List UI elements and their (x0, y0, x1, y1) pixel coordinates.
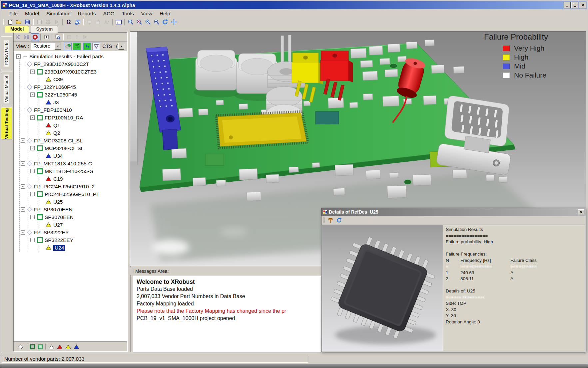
split-button[interactable] (73, 33, 81, 41)
tree-part-node[interactable]: -SP3070EEN (29, 213, 127, 221)
tree-ref-node[interactable]: J3 (39, 98, 127, 106)
open-button[interactable] (14, 18, 23, 26)
title-bar[interactable]: PCB_19_v1_SMA_1000H - XRobust version 1.… (1, 1, 587, 9)
sidebar-tab-virtual-model[interactable]: Virtual Model (1, 72, 12, 106)
expand-box[interactable]: - (21, 207, 25, 212)
menu-file[interactable]: File (6, 10, 21, 17)
tree-part-node[interactable]: -MCP3208-CI_SL (29, 144, 127, 152)
tree-group-node[interactable]: -FP_PIC24HJ256GP610_2 (20, 183, 127, 190)
details-titlebar[interactable]: Details of RefDes U25 (321, 208, 586, 216)
hammer-button[interactable] (326, 217, 335, 224)
play-button[interactable] (81, 33, 89, 41)
expand-box[interactable]: - (21, 138, 25, 143)
close-results-button[interactable] (31, 33, 39, 41)
toolbar-gripper[interactable] (3, 19, 4, 25)
wireframe-box-button[interactable] (73, 43, 81, 50)
preview-button[interactable] (54, 33, 62, 41)
maximize-button[interactable] (571, 2, 578, 8)
expand-box[interactable]: - (30, 92, 35, 97)
tree-ref-node[interactable]: C19 (39, 175, 127, 183)
menu-tools[interactable]: Tools (118, 10, 137, 17)
rotate-axis-button[interactable] (83, 43, 91, 50)
expand-box[interactable]: - (21, 108, 25, 112)
tree-part-node[interactable]: -293D107X9010C2TE3 (29, 68, 127, 76)
expand-box[interactable]: - (30, 169, 35, 173)
tree-ref-node[interactable]: U27 (39, 221, 127, 229)
expand-box[interactable]: - (30, 192, 35, 196)
tree-collapse-button[interactable] (15, 33, 23, 41)
tab-model[interactable]: Model (5, 26, 29, 33)
tree-expand-button[interactable] (23, 33, 31, 41)
tab-system[interactable]: System (31, 26, 58, 33)
tree-part-node[interactable]: -PIC24HJ256GP610_PT (29, 190, 127, 198)
expand-box[interactable]: - (21, 161, 25, 166)
messages-gripper[interactable] (133, 268, 134, 274)
tree-part-node[interactable]: -SP3222EEY (29, 236, 127, 244)
details-refresh-button[interactable] (335, 217, 343, 224)
window-refresh-button[interactable] (73, 18, 82, 26)
expand-box[interactable]: - (30, 238, 35, 242)
details-text-panel[interactable]: Simulation Results ================ Fail… (443, 225, 585, 351)
tree-ref-node[interactable]: U34 (39, 152, 127, 160)
minimize-button[interactable] (564, 2, 571, 8)
expand-box[interactable]: - (30, 70, 35, 74)
tree-ref-node[interactable]: U24 (39, 244, 127, 252)
expand-box[interactable]: - (21, 230, 25, 235)
tree-ref-node[interactable]: Q2 (39, 129, 127, 137)
tree-group-node[interactable]: -FP_293D107X9010C2T (20, 60, 127, 68)
tree-part-node[interactable]: -FDP100N10_RA (29, 114, 127, 121)
menu-model[interactable]: Model (21, 10, 43, 17)
menu-help[interactable]: Help (156, 10, 174, 17)
expand-box[interactable]: - (21, 62, 25, 66)
details-toolbar-gripper[interactable] (323, 217, 324, 223)
tree-part-node[interactable]: -MKT1813-410-255-G (29, 167, 127, 175)
shade-mode-button[interactable] (64, 43, 72, 50)
tree-group-node[interactable]: -FP_322YL060F45 (20, 83, 127, 91)
snapshot-button[interactable] (114, 18, 123, 26)
tree-ref-node[interactable]: Q1 (39, 121, 127, 129)
chevron-down-icon[interactable]: ▼ (55, 43, 61, 50)
zoom-window-button[interactable] (126, 18, 135, 26)
pan-button[interactable] (170, 18, 178, 26)
details-close-button[interactable] (578, 209, 584, 215)
tree-ref-node[interactable]: U25 (39, 198, 127, 206)
expand-box[interactable]: - (21, 184, 25, 189)
expand-box[interactable]: - (16, 54, 21, 59)
tree-group-node[interactable]: -FP_MKT1813-410-255-G (20, 160, 127, 167)
new-file-button[interactable] (6, 18, 14, 26)
expand-box[interactable]: - (30, 215, 35, 219)
filter-button[interactable] (92, 43, 100, 50)
refresh-view-button[interactable] (161, 18, 170, 26)
menu-acg[interactable]: ACG (100, 10, 118, 17)
expand-box[interactable]: - (30, 115, 35, 120)
menu-reports[interactable]: Reports (74, 10, 100, 17)
tree-group-node[interactable]: -FP_FDP100N10 (20, 106, 127, 114)
omega-button[interactable]: Ω (64, 18, 73, 26)
sidebar-tab-pcba-parts[interactable]: PCBA Parts (1, 36, 12, 70)
tree-root-node[interactable]: -Simulation Results - Failed parts (15, 53, 127, 60)
tree-group-node[interactable]: -FP_SP3222EY (20, 229, 127, 236)
menu-view[interactable]: View (138, 10, 156, 17)
chip-3d-view[interactable] (322, 225, 443, 351)
run-button[interactable] (52, 18, 61, 26)
stop-button[interactable] (65, 33, 73, 41)
sidebar-tab-virtual-testing[interactable]: Virtual Testing (1, 107, 12, 139)
close-button[interactable] (579, 2, 586, 8)
tree-group-node[interactable]: -FP_SP3070EEN (20, 206, 127, 213)
window-export-button[interactable] (85, 18, 94, 26)
zoom-cancel-button[interactable] (135, 18, 144, 26)
menu-simulation[interactable]: Simulation (43, 10, 74, 17)
expand-box[interactable]: - (30, 146, 35, 150)
tree-group-node[interactable]: -FP_MCP3208-CI_SL (20, 137, 127, 144)
window-import-button[interactable] (94, 18, 102, 26)
zoom-out-button[interactable] (152, 18, 161, 26)
add-button[interactable] (42, 33, 50, 41)
user-transfer-button[interactable] (102, 18, 111, 26)
view-combobox[interactable]: Restore ▼ (31, 43, 61, 50)
settings-button[interactable] (44, 18, 52, 26)
report-list-button[interactable] (35, 18, 44, 26)
tree-part-node[interactable]: -322YL060F45 (29, 91, 127, 98)
tree-ref-node[interactable]: C39 (39, 76, 127, 83)
cts-dropdown-icon[interactable]: ▼ (118, 43, 124, 50)
zoom-in-button[interactable] (144, 18, 152, 26)
